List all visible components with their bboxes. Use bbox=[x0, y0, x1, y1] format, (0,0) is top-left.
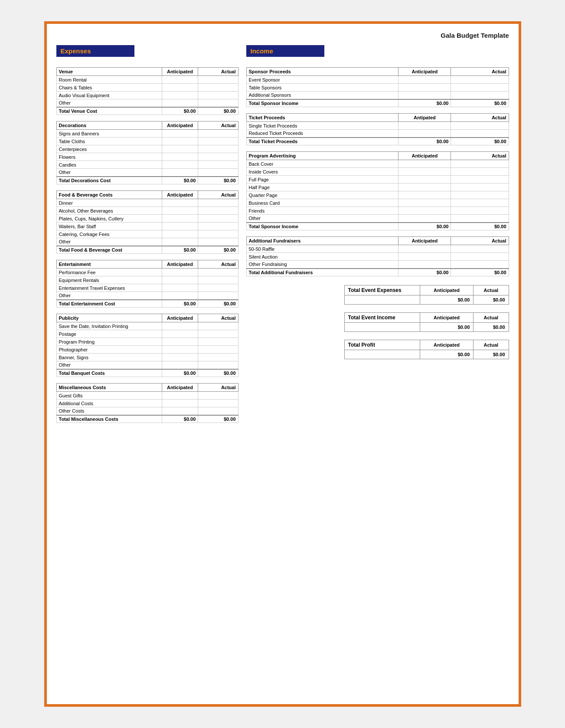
income-header: Income bbox=[246, 45, 324, 57]
ticket-header: Ticket Proceeds bbox=[246, 114, 398, 122]
publicity-total-row: Total Banquet Costs $0.00 $0.00 bbox=[56, 369, 238, 377]
table-row: Alcohol, Other Beverages bbox=[56, 207, 238, 215]
venue-table: Venue Anticipated Actual Room Rental Cha… bbox=[56, 67, 238, 115]
table-row: Quarter Page bbox=[246, 191, 509, 199]
table-row: Other bbox=[56, 169, 238, 177]
table-row: Performance Fee bbox=[56, 269, 238, 276]
table-row: Room Rental bbox=[56, 76, 238, 84]
table-row: Additional Sponsors bbox=[246, 92, 509, 99]
table-row: Table Cloths bbox=[56, 138, 238, 145]
table-row: Silent Auction bbox=[246, 253, 509, 261]
table-row: Other Fundraising bbox=[246, 261, 509, 269]
ticket-actual-header: Actual bbox=[451, 114, 509, 122]
decorations-header: Decorations bbox=[56, 121, 162, 130]
total-income-anticipated-val: $0.00 bbox=[420, 323, 473, 332]
venue-actual-header: Actual bbox=[198, 68, 238, 76]
total-income-table: Total Event Income Anticipated Actual $0… bbox=[344, 312, 509, 332]
sponsor-anticipated-header: Anticipated bbox=[398, 68, 451, 76]
table-row: Other bbox=[56, 99, 238, 107]
table-row: Back Cover bbox=[246, 160, 509, 168]
table-row: Friends bbox=[246, 207, 509, 215]
ticket-total-anticipated: $0.00 bbox=[398, 138, 451, 145]
advertising-header: Program Advertising bbox=[246, 152, 398, 160]
decorations-anticipated-header: Anticipated bbox=[162, 121, 198, 130]
table-row: Banner, Signs bbox=[56, 354, 238, 361]
publicity-actual-header: Actual bbox=[198, 314, 238, 322]
table-row: Table Sponsors bbox=[246, 84, 509, 92]
total-profit-anticipated-val: $0.00 bbox=[420, 350, 473, 359]
venue-header: Venue bbox=[56, 68, 162, 76]
fundraisers-header: Additional Fundraisers bbox=[246, 237, 398, 245]
decorations-total-label: Total Decorations Cost bbox=[56, 177, 162, 184]
food-actual-header: Actual bbox=[198, 191, 238, 199]
total-expenses-anticipated-header: Anticipated bbox=[420, 285, 473, 295]
total-profit-anticipated-header: Anticipated bbox=[420, 340, 473, 350]
table-row: Flowers bbox=[56, 153, 238, 161]
entertainment-actual-header: Actual bbox=[198, 260, 238, 269]
venue-total-row: Total Venue Cost $0.00 $0.00 bbox=[56, 107, 238, 115]
ticket-total-actual: $0.00 bbox=[451, 138, 509, 145]
total-profit-table: Total Profit Anticipated Actual $0.00 $0… bbox=[344, 340, 509, 359]
food-total-actual: $0.00 bbox=[198, 246, 238, 254]
venue-total-label: Total Venue Cost bbox=[56, 107, 162, 115]
entertainment-total-row: Total Entertainment Cost $0.00 $0.00 bbox=[56, 300, 238, 308]
table-row: 50-50 Raffle bbox=[246, 245, 509, 253]
table-row: Inside Covers bbox=[246, 168, 509, 176]
advertising-actual-header: Actual bbox=[451, 152, 509, 160]
total-profit-actual-val: $0.00 bbox=[474, 350, 509, 359]
fundraisers-total-label: Total Additional Fundraisers bbox=[246, 269, 398, 276]
sponsor-total-actual: $0.00 bbox=[451, 99, 509, 107]
fundraisers-table: Additional Fundraisers Anticipated Actua… bbox=[246, 236, 509, 276]
fundraisers-total-row: Total Additional Fundraisers $0.00 $0.00 bbox=[246, 269, 509, 276]
table-row: Centerpieces bbox=[56, 145, 238, 153]
food-total-row: Total Food & Beverage Cost $0.00 $0.00 bbox=[56, 246, 238, 254]
fundraisers-total-anticipated: $0.00 bbox=[398, 269, 451, 276]
publicity-total-actual: $0.00 bbox=[198, 369, 238, 377]
publicity-header: Publicity bbox=[56, 314, 162, 322]
table-row: Audio Visual Equipment bbox=[56, 92, 238, 99]
miscellaneous-anticipated-header: Anticipated bbox=[162, 384, 198, 392]
miscellaneous-total-anticipated: $0.00 bbox=[162, 415, 198, 423]
table-row: Plates, Cups, Napkins, Cutlery bbox=[56, 215, 238, 223]
food-anticipated-header: Anticipated bbox=[162, 191, 198, 199]
sponsor-total-label: Total Sponsor Income bbox=[246, 99, 398, 107]
ticket-anticipated-header: Antipated bbox=[398, 114, 451, 122]
entertainment-total-actual: $0.00 bbox=[198, 300, 238, 308]
miscellaneous-header: Miscellaneous Costs bbox=[56, 384, 162, 392]
decorations-actual-header: Actual bbox=[198, 121, 238, 130]
table-row: Program Printing bbox=[56, 338, 238, 346]
table-row: Chairs & Tables bbox=[56, 84, 238, 92]
table-row: Other Costs bbox=[56, 407, 238, 415]
table-row: Save the Date, Invitation Printing bbox=[56, 322, 238, 330]
table-row: Dinner bbox=[56, 199, 238, 207]
income-column: Income Sponsor Proceeds Anticipated Actu… bbox=[246, 45, 509, 364]
sponsor-total-anticipated: $0.00 bbox=[398, 99, 451, 107]
total-expenses-table: Total Event Expenses Anticipated Actual … bbox=[344, 285, 509, 305]
table-row: Equipment Rentals bbox=[56, 276, 238, 284]
fundraisers-actual-header: Actual bbox=[451, 237, 509, 245]
venue-anticipated-header: Anticipated bbox=[162, 68, 198, 76]
venue-total-anticipated: $0.00 bbox=[162, 107, 198, 115]
miscellaneous-total-row: Total Miscellaneous Costs $0.00 $0.00 bbox=[56, 415, 238, 423]
table-row: Single Ticket Proceeds bbox=[246, 122, 509, 130]
table-row: Event Sponsor bbox=[246, 76, 509, 84]
venue-total-actual: $0.00 bbox=[198, 107, 238, 115]
table-row: Other bbox=[56, 361, 238, 369]
entertainment-total-anticipated: $0.00 bbox=[162, 300, 198, 308]
publicity-total-label: Total Banquet Costs bbox=[56, 369, 162, 377]
decorations-total-actual: $0.00 bbox=[198, 177, 238, 184]
page-title: Gala Budget Template bbox=[56, 32, 509, 39]
advertising-total-row: Total Sponsor Income $0.00 $0.00 bbox=[246, 223, 509, 230]
table-row: Other bbox=[56, 238, 238, 246]
decorations-total-row: Total Decorations Cost $0.00 $0.00 bbox=[56, 177, 238, 184]
ticket-table: Ticket Proceeds Antipated Actual Single … bbox=[246, 113, 509, 145]
publicity-total-anticipated: $0.00 bbox=[162, 369, 198, 377]
entertainment-anticipated-header: Anticipated bbox=[162, 260, 198, 269]
table-row: Guest Gifts bbox=[56, 392, 238, 400]
entertainment-total-label: Total Entertainment Cost bbox=[56, 300, 162, 308]
total-expenses-actual-val: $0.00 bbox=[474, 295, 509, 305]
advertising-table: Program Advertising Anticipated Actual B… bbox=[246, 151, 509, 230]
sponsor-total-row: Total Sponsor Income $0.00 $0.00 bbox=[246, 99, 509, 107]
total-expenses-label: Total Event Expenses bbox=[344, 285, 420, 295]
ticket-total-row: Total Ticket Proceeds $0.00 $0.00 bbox=[246, 138, 509, 145]
